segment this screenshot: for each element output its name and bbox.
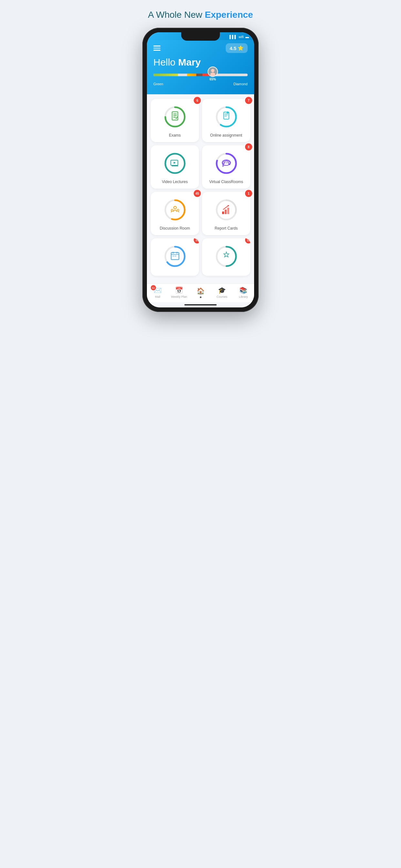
exams-badge: 6 bbox=[194, 97, 201, 104]
extra-card-circle bbox=[215, 245, 238, 268]
report-cards-badge: 1 bbox=[245, 190, 252, 197]
svg-rect-47 bbox=[173, 255, 174, 257]
svg-point-34 bbox=[177, 209, 179, 211]
online-assignment-circle bbox=[215, 105, 238, 128]
headline-prefix: A Whole New bbox=[148, 10, 205, 20]
app-header: 4.5 ⭐ Hello Mary bbox=[147, 40, 254, 94]
page-headline: A Whole New Experience bbox=[134, 10, 267, 20]
courses-icon: 🎓 bbox=[218, 286, 226, 294]
signal-icon: ▌▌▌ bbox=[229, 35, 237, 39]
svg-rect-29 bbox=[229, 163, 230, 165]
svg-rect-38 bbox=[225, 210, 227, 214]
svg-rect-37 bbox=[222, 212, 224, 214]
menu-button[interactable] bbox=[153, 45, 160, 51]
wifi-icon: wifi bbox=[239, 35, 244, 39]
progress-bar-fill bbox=[153, 73, 215, 76]
headline-highlight: Experience bbox=[205, 10, 253, 20]
nav-courses[interactable]: 🎓 Courses bbox=[211, 286, 233, 299]
library-icon: 📚 bbox=[239, 286, 247, 294]
battery-icon: ▬ bbox=[245, 35, 249, 39]
video-lectures-card[interactable]: Video Lectures bbox=[151, 145, 199, 189]
weekly-plan-icon: 📅 bbox=[175, 286, 183, 294]
feature-grid: 6 bbox=[151, 99, 250, 276]
nav-mail[interactable]: ✉️ 11 Mail bbox=[147, 286, 168, 299]
avatar bbox=[208, 66, 218, 77]
courses-label: Courses bbox=[217, 295, 227, 299]
weekly-plan-circle bbox=[163, 245, 187, 268]
progress-percent: 65% bbox=[210, 78, 216, 81]
rating-badge: 4.5 ⭐ bbox=[226, 43, 248, 53]
discussion-room-card[interactable]: 45 bbox=[151, 192, 199, 235]
weekly-plan-card[interactable]: 31 bbox=[151, 238, 199, 276]
level-start-label: Green bbox=[153, 82, 163, 86]
status-icons: ▌▌▌ wifi ▬ bbox=[229, 35, 249, 39]
weekly-plan-icon bbox=[170, 251, 180, 262]
greeting-prefix: Hello bbox=[153, 57, 178, 67]
nav-library[interactable]: 📚 Library bbox=[233, 286, 254, 299]
svg-rect-12 bbox=[224, 112, 229, 119]
discussion-room-label: Discussion Room bbox=[160, 226, 190, 230]
report-cards-icon bbox=[221, 204, 232, 216]
virtual-classrooms-label: Virtual ClassRooms bbox=[209, 180, 243, 184]
svg-point-1 bbox=[211, 69, 215, 72]
online-assignment-label: Online assignment bbox=[210, 133, 242, 137]
virtual-classrooms-icon bbox=[221, 157, 232, 169]
library-label: Library bbox=[239, 295, 248, 299]
discussion-room-badge: 45 bbox=[194, 190, 201, 197]
svg-rect-48 bbox=[175, 255, 176, 257]
svg-point-26 bbox=[226, 162, 227, 163]
level-end-label: Diamond bbox=[234, 82, 248, 86]
notch bbox=[181, 32, 220, 41]
exams-icon bbox=[170, 111, 180, 123]
home-indicator bbox=[147, 302, 254, 307]
svg-rect-39 bbox=[227, 208, 229, 214]
exams-circle bbox=[163, 105, 187, 128]
video-lectures-icon bbox=[170, 158, 180, 169]
video-lectures-circle bbox=[163, 152, 187, 175]
progress-section: 65% Green Diamond bbox=[153, 73, 248, 86]
progress-bar-track bbox=[153, 73, 248, 76]
svg-point-40 bbox=[227, 205, 229, 206]
nav-weekly-plan[interactable]: 📅 Weekly Plan bbox=[168, 286, 189, 299]
greeting-name: Mary bbox=[178, 57, 201, 67]
online-assignment-card[interactable]: 7 bbox=[202, 99, 250, 142]
phone-screen: ▌▌▌ wifi ▬ 4.5 ⭐ bbox=[147, 32, 254, 307]
report-cards-circle bbox=[215, 198, 238, 221]
discussion-room-icon bbox=[169, 204, 181, 216]
svg-point-33 bbox=[171, 209, 173, 211]
exams-label: Exams bbox=[169, 133, 181, 137]
video-lectures-label: Video Lectures bbox=[162, 180, 188, 184]
phone-frame: ▌▌▌ wifi ▬ 4.5 ⭐ bbox=[143, 28, 258, 312]
active-dot bbox=[200, 297, 202, 298]
rating-value: 4.5 bbox=[229, 45, 236, 51]
weekly-plan-card-badge: 31 bbox=[194, 238, 199, 244]
svg-rect-28 bbox=[222, 163, 224, 165]
nav-home[interactable]: 🏠 bbox=[190, 287, 211, 298]
discussion-room-circle bbox=[163, 198, 187, 221]
virtual-classrooms-card[interactable]: 8 bbox=[202, 145, 250, 189]
virtual-classrooms-circle bbox=[215, 152, 238, 175]
home-indicator-bar bbox=[184, 304, 217, 306]
greeting: Hello Mary bbox=[153, 57, 248, 68]
extra-card-icon bbox=[221, 251, 232, 262]
online-assignment-icon bbox=[221, 111, 232, 123]
extra-card[interactable]: 13 bbox=[202, 238, 250, 276]
home-icon: 🏠 bbox=[197, 287, 205, 295]
online-assignment-badge: 7 bbox=[245, 97, 252, 104]
mail-label: Mail bbox=[155, 295, 160, 299]
report-cards-label: Report Cards bbox=[215, 226, 238, 230]
bottom-nav: ✉️ 11 Mail 📅 Weekly Plan 🏠 🎓 bbox=[147, 283, 254, 302]
weekly-plan-nav-label: Weekly Plan bbox=[171, 295, 187, 299]
mail-badge: 11 bbox=[151, 285, 156, 290]
svg-point-32 bbox=[174, 206, 176, 209]
exams-card[interactable]: 6 bbox=[151, 99, 199, 142]
svg-point-2 bbox=[210, 73, 215, 76]
main-content: 6 bbox=[147, 94, 254, 283]
virtual-classrooms-badge: 8 bbox=[245, 144, 252, 151]
report-cards-card[interactable]: 1 bbox=[202, 192, 250, 235]
rating-star-icon: ⭐ bbox=[238, 45, 244, 51]
extra-card-badge: 13 bbox=[245, 238, 250, 244]
